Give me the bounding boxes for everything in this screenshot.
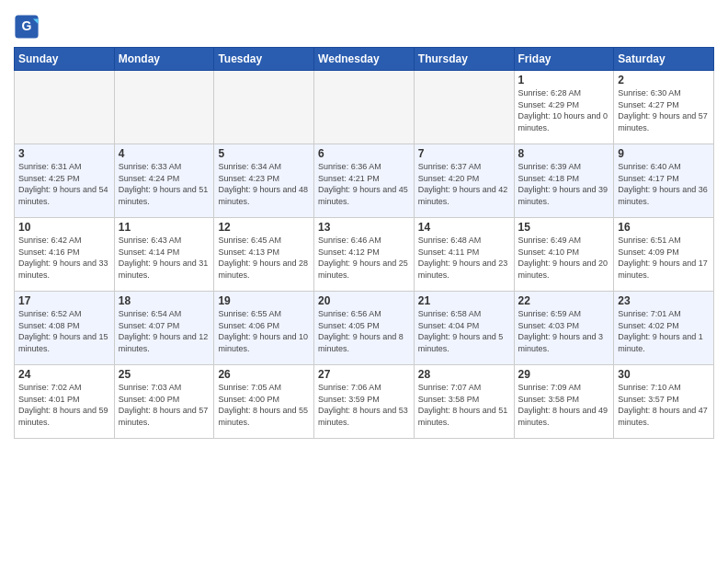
- calendar-day-cell: 3Sunrise: 6:31 AMSunset: 4:25 PMDaylight…: [15, 144, 115, 218]
- day-info: Sunrise: 7:07 AMSunset: 3:58 PMDaylight:…: [418, 382, 510, 428]
- day-info: Sunrise: 6:43 AMSunset: 4:14 PMDaylight:…: [119, 235, 210, 281]
- day-number: 8: [518, 147, 610, 160]
- day-info: Sunrise: 6:59 AMSunset: 4:03 PMDaylight:…: [518, 308, 610, 354]
- day-number: 18: [119, 294, 210, 307]
- day-number: 10: [18, 221, 110, 234]
- calendar-day-cell: 5Sunrise: 6:34 AMSunset: 4:23 PMDaylight…: [214, 144, 314, 218]
- weekday-header-monday: Monday: [114, 48, 214, 71]
- calendar-day-cell: 20Sunrise: 6:56 AMSunset: 4:05 PMDayligh…: [314, 292, 415, 365]
- day-info: Sunrise: 6:45 AMSunset: 4:13 PMDaylight:…: [218, 235, 310, 281]
- header: G: [14, 9, 714, 40]
- day-info: Sunrise: 7:03 AMSunset: 4:00 PMDaylight:…: [119, 382, 210, 428]
- logo: G: [14, 14, 41, 40]
- day-number: 6: [318, 147, 410, 160]
- calendar-day-cell: 2Sunrise: 6:30 AMSunset: 4:27 PMDaylight…: [614, 71, 714, 144]
- calendar-day-cell: 25Sunrise: 7:03 AMSunset: 4:00 PMDayligh…: [114, 365, 214, 439]
- calendar-container: G SundayMondayTuesdayWednesdayThursdayFr…: [0, 0, 728, 563]
- day-info: Sunrise: 6:31 AMSunset: 4:25 PMDaylight:…: [18, 161, 110, 207]
- day-number: 16: [618, 221, 710, 234]
- calendar-week-row: 17Sunrise: 6:52 AMSunset: 4:08 PMDayligh…: [15, 292, 714, 365]
- day-info: Sunrise: 6:28 AMSunset: 4:29 PMDaylight:…: [518, 87, 610, 133]
- calendar-day-cell: 9Sunrise: 6:40 AMSunset: 4:17 PMDaylight…: [614, 144, 714, 218]
- day-number: 23: [618, 294, 710, 307]
- calendar-day-cell: 26Sunrise: 7:05 AMSunset: 4:00 PMDayligh…: [214, 365, 314, 439]
- weekday-header-thursday: Thursday: [414, 48, 514, 71]
- calendar-day-cell: [314, 71, 415, 144]
- weekday-header-saturday: Saturday: [614, 48, 714, 71]
- day-number: 20: [318, 294, 410, 307]
- day-info: Sunrise: 6:52 AMSunset: 4:08 PMDaylight:…: [18, 308, 110, 354]
- day-info: Sunrise: 7:05 AMSunset: 4:00 PMDaylight:…: [218, 382, 310, 428]
- day-number: 19: [218, 294, 310, 307]
- weekday-header-tuesday: Tuesday: [214, 48, 314, 71]
- day-number: 25: [119, 368, 210, 381]
- day-info: Sunrise: 7:06 AMSunset: 3:59 PMDaylight:…: [318, 382, 410, 428]
- calendar-day-cell: 24Sunrise: 7:02 AMSunset: 4:01 PMDayligh…: [15, 365, 115, 439]
- calendar-day-cell: 23Sunrise: 7:01 AMSunset: 4:02 PMDayligh…: [614, 292, 714, 365]
- day-number: 29: [518, 368, 610, 381]
- calendar-day-cell: 28Sunrise: 7:07 AMSunset: 3:58 PMDayligh…: [414, 365, 514, 439]
- day-number: 22: [518, 294, 610, 307]
- day-number: 30: [618, 368, 710, 381]
- day-info: Sunrise: 6:42 AMSunset: 4:16 PMDaylight:…: [18, 235, 110, 281]
- day-info: Sunrise: 6:58 AMSunset: 4:04 PMDaylight:…: [418, 308, 510, 354]
- day-number: 24: [18, 368, 110, 381]
- calendar-day-cell: 8Sunrise: 6:39 AMSunset: 4:18 PMDaylight…: [514, 144, 614, 218]
- day-info: Sunrise: 6:51 AMSunset: 4:09 PMDaylight:…: [618, 235, 710, 281]
- calendar-day-cell: 15Sunrise: 6:49 AMSunset: 4:10 PMDayligh…: [514, 218, 614, 292]
- calendar-day-cell: 17Sunrise: 6:52 AMSunset: 4:08 PMDayligh…: [15, 292, 115, 365]
- day-info: Sunrise: 7:09 AMSunset: 3:58 PMDaylight:…: [518, 382, 610, 428]
- calendar-day-cell: 21Sunrise: 6:58 AMSunset: 4:04 PMDayligh…: [414, 292, 514, 365]
- calendar-week-row: 10Sunrise: 6:42 AMSunset: 4:16 PMDayligh…: [15, 218, 714, 292]
- calendar-day-cell: 12Sunrise: 6:45 AMSunset: 4:13 PMDayligh…: [214, 218, 314, 292]
- day-number: 21: [418, 294, 510, 307]
- calendar-day-cell: 13Sunrise: 6:46 AMSunset: 4:12 PMDayligh…: [314, 218, 415, 292]
- logo-icon: G: [14, 14, 40, 40]
- day-number: 14: [418, 221, 510, 234]
- calendar-day-cell: 7Sunrise: 6:37 AMSunset: 4:20 PMDaylight…: [414, 144, 514, 218]
- weekday-header-sunday: Sunday: [15, 48, 115, 71]
- calendar-week-row: 24Sunrise: 7:02 AMSunset: 4:01 PMDayligh…: [15, 365, 714, 439]
- day-info: Sunrise: 6:49 AMSunset: 4:10 PMDaylight:…: [518, 235, 610, 281]
- calendar-day-cell: 18Sunrise: 6:54 AMSunset: 4:07 PMDayligh…: [114, 292, 214, 365]
- calendar-day-cell: [114, 71, 214, 144]
- calendar-day-cell: 14Sunrise: 6:48 AMSunset: 4:11 PMDayligh…: [414, 218, 514, 292]
- day-number: 9: [618, 147, 710, 160]
- day-info: Sunrise: 6:46 AMSunset: 4:12 PMDaylight:…: [318, 235, 410, 281]
- calendar-day-cell: 6Sunrise: 6:36 AMSunset: 4:21 PMDaylight…: [314, 144, 415, 218]
- svg-text:G: G: [22, 18, 32, 33]
- calendar-day-cell: 27Sunrise: 7:06 AMSunset: 3:59 PMDayligh…: [314, 365, 415, 439]
- day-number: 17: [18, 294, 110, 307]
- calendar-day-cell: 16Sunrise: 6:51 AMSunset: 4:09 PMDayligh…: [614, 218, 714, 292]
- day-number: 26: [218, 368, 310, 381]
- day-number: 5: [218, 147, 310, 160]
- calendar-day-cell: 4Sunrise: 6:33 AMSunset: 4:24 PMDaylight…: [114, 144, 214, 218]
- day-number: 12: [218, 221, 310, 234]
- day-info: Sunrise: 6:37 AMSunset: 4:20 PMDaylight:…: [418, 161, 510, 207]
- day-number: 2: [618, 74, 710, 86]
- calendar-day-cell: 22Sunrise: 6:59 AMSunset: 4:03 PMDayligh…: [514, 292, 614, 365]
- day-info: Sunrise: 6:33 AMSunset: 4:24 PMDaylight:…: [119, 161, 210, 207]
- day-number: 7: [418, 147, 510, 160]
- day-info: Sunrise: 7:10 AMSunset: 3:57 PMDaylight:…: [618, 382, 710, 428]
- day-info: Sunrise: 6:39 AMSunset: 4:18 PMDaylight:…: [518, 161, 610, 207]
- weekday-header-friday: Friday: [514, 48, 614, 71]
- calendar-day-cell: 11Sunrise: 6:43 AMSunset: 4:14 PMDayligh…: [114, 218, 214, 292]
- day-number: 13: [318, 221, 410, 234]
- day-info: Sunrise: 7:01 AMSunset: 4:02 PMDaylight:…: [618, 308, 710, 354]
- day-number: 27: [318, 368, 410, 381]
- day-info: Sunrise: 6:56 AMSunset: 4:05 PMDaylight:…: [318, 308, 410, 354]
- day-number: 4: [119, 147, 210, 160]
- calendar-table: SundayMondayTuesdayWednesdayThursdayFrid…: [14, 47, 714, 439]
- calendar-day-cell: 1Sunrise: 6:28 AMSunset: 4:29 PMDaylight…: [514, 71, 614, 144]
- calendar-week-row: 3Sunrise: 6:31 AMSunset: 4:25 PMDaylight…: [15, 144, 714, 218]
- calendar-day-cell: 10Sunrise: 6:42 AMSunset: 4:16 PMDayligh…: [15, 218, 115, 292]
- day-info: Sunrise: 6:54 AMSunset: 4:07 PMDaylight:…: [119, 308, 210, 354]
- calendar-day-cell: 19Sunrise: 6:55 AMSunset: 4:06 PMDayligh…: [214, 292, 314, 365]
- calendar-day-cell: [15, 71, 115, 144]
- day-info: Sunrise: 6:34 AMSunset: 4:23 PMDaylight:…: [218, 161, 310, 207]
- day-info: Sunrise: 6:30 AMSunset: 4:27 PMDaylight:…: [618, 87, 710, 133]
- calendar-day-cell: [214, 71, 314, 144]
- day-number: 11: [119, 221, 210, 234]
- day-info: Sunrise: 6:55 AMSunset: 4:06 PMDaylight:…: [218, 308, 310, 354]
